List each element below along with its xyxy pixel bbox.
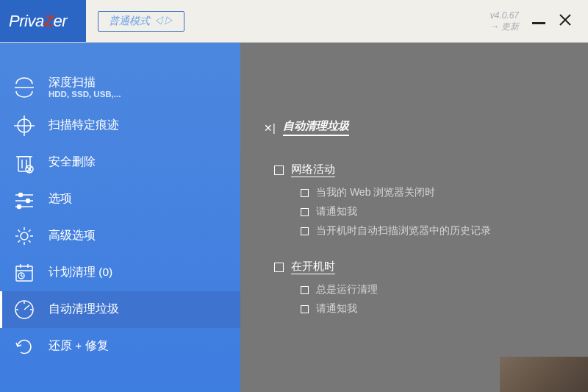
- option-label: 总是运行清理: [316, 283, 378, 296]
- svg-rect-19: [16, 266, 32, 281]
- scan-icon: [13, 76, 35, 99]
- option-label: 请通知我: [316, 302, 357, 316]
- svg-point-13: [19, 193, 23, 196]
- sidebar-item-options[interactable]: 选项: [0, 181, 240, 218]
- version-label: v4.0.67: [490, 10, 519, 21]
- main-panel: ✕| 自动清理垃圾 网络活动 当我的 Web 浏览器关闭时 请通知我: [240, 43, 588, 392]
- option-item[interactable]: 请通知我: [301, 302, 588, 316]
- sidebar-item-scheduled-clean[interactable]: 计划清理 (0): [0, 254, 240, 291]
- logo-text-z: Z: [44, 12, 54, 30]
- option-list: 当我的 Web 浏览器关闭时 请通知我 当开机时自动扫描浏览器中的历史记录: [264, 186, 588, 238]
- close-panel-icon[interactable]: ✕|: [264, 122, 276, 134]
- logo-text-pre: Priva: [9, 12, 44, 30]
- section-title: 网络活动: [291, 163, 335, 177]
- nav-label: 自动清理垃圾: [49, 302, 119, 317]
- sidebar: 深度扫描 HDD, SSD, USB,... 扫描特定痕迹 安全删除: [0, 43, 240, 392]
- trash-icon: [13, 152, 35, 174]
- option-label: 请通知我: [316, 205, 357, 218]
- option-label: 当开机时自动扫描浏览器中的历史记录: [316, 224, 491, 238]
- app-logo: PrivaZer: [0, 12, 86, 31]
- checkbox[interactable]: [274, 165, 284, 175]
- mode-toggle-button[interactable]: 普通模式 ◁▷: [98, 11, 184, 32]
- checkbox[interactable]: [301, 227, 309, 235]
- nav-sublabel: HDD, SSD, USB,...: [49, 89, 121, 99]
- svg-rect-5: [18, 157, 30, 171]
- svg-line-27: [24, 305, 29, 310]
- option-label: 当我的 Web 浏览器关闭时: [316, 186, 435, 199]
- title-bar: PrivaZer 普通模式 ◁▷ v4.0.67 更新: [0, 0, 588, 43]
- target-icon: [13, 115, 35, 137]
- checkbox[interactable]: [301, 286, 309, 294]
- gear-icon: [13, 225, 35, 247]
- close-button[interactable]: [559, 13, 572, 29]
- nav-label: 高级选项: [49, 228, 96, 243]
- panel-title: 自动清理垃圾: [283, 119, 349, 136]
- section-at-startup: 在开机时 总是运行清理 请通知我: [264, 260, 588, 316]
- section-network-activity: 网络活动 当我的 Web 浏览器关闭时 请通知我 当开机时自动扫描浏览器中的历史…: [264, 163, 588, 238]
- sidebar-item-scan-traces[interactable]: 扫描特定痕迹: [0, 107, 240, 144]
- checkbox[interactable]: [301, 208, 309, 216]
- nav-label: 选项: [49, 191, 72, 207]
- checkbox[interactable]: [301, 305, 309, 313]
- logo-text-post: er: [54, 12, 68, 30]
- nav-label: 安全删除: [49, 154, 96, 170]
- section-header[interactable]: 网络活动: [264, 163, 588, 177]
- svg-point-18: [21, 232, 28, 240]
- nav-label: 扫描特定痕迹: [49, 118, 119, 133]
- sidebar-item-restore-repair[interactable]: 还原 + 修复: [0, 328, 240, 365]
- option-item[interactable]: 当开机时自动扫描浏览器中的历史记录: [301, 224, 588, 238]
- checkbox[interactable]: [301, 189, 309, 197]
- svg-point-17: [18, 204, 21, 208]
- corner-thumbnail: [500, 357, 588, 392]
- gauge-icon: [13, 299, 35, 321]
- app-window: PrivaZer 普通模式 ◁▷ v4.0.67 更新 深度扫描 HDD, SS…: [0, 0, 588, 392]
- nav-label: 深度扫描: [49, 75, 121, 89]
- section-title: 在开机时: [291, 260, 335, 274]
- version-info[interactable]: v4.0.67 更新: [490, 10, 519, 32]
- sidebar-item-secure-delete[interactable]: 安全删除: [0, 144, 240, 181]
- nav-label: 计划清理 (0): [49, 265, 112, 280]
- update-link[interactable]: 更新: [490, 21, 519, 32]
- sidebar-item-deep-scan[interactable]: 深度扫描 HDD, SSD, USB,...: [0, 68, 240, 107]
- sidebar-item-auto-clean[interactable]: 自动清理垃圾: [0, 291, 240, 328]
- checkbox[interactable]: [274, 263, 284, 272]
- svg-line-25: [21, 276, 23, 277]
- svg-point-15: [26, 199, 30, 202]
- option-item[interactable]: 请通知我: [301, 205, 588, 218]
- panel-title-row: ✕| 自动清理垃圾: [264, 119, 588, 136]
- section-header[interactable]: 在开机时: [264, 260, 588, 274]
- restore-icon: [13, 335, 35, 357]
- titlebar-right: v4.0.67 更新: [490, 10, 588, 32]
- sidebar-item-advanced-options[interactable]: 高级选项: [0, 218, 240, 254]
- nav-label: 还原 + 修复: [49, 338, 109, 354]
- sliders-icon: [13, 188, 35, 210]
- option-item[interactable]: 当我的 Web 浏览器关闭时: [301, 186, 588, 199]
- body: 深度扫描 HDD, SSD, USB,... 扫描特定痕迹 安全删除: [0, 43, 588, 392]
- calendar-icon: [13, 262, 35, 284]
- option-list: 总是运行清理 请通知我: [264, 283, 588, 316]
- minimize-button[interactable]: [532, 22, 545, 24]
- option-item[interactable]: 总是运行清理: [301, 283, 588, 296]
